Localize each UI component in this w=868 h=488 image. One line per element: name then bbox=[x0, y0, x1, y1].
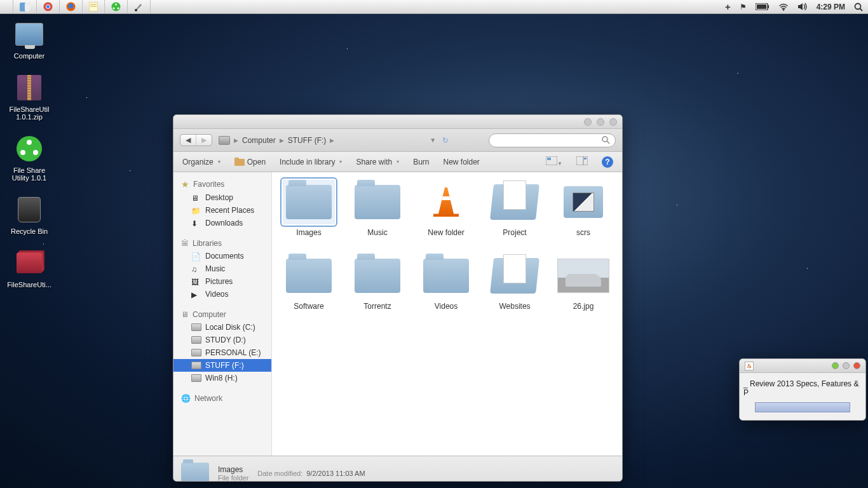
sidebar-item-downloads[interactable]: ⬇Downloads bbox=[173, 217, 271, 229]
sidebar-item-pictures[interactable]: 🖼Pictures bbox=[173, 275, 271, 288]
desktop-icon: 🖥 bbox=[191, 194, 201, 201]
minimize-button[interactable] bbox=[832, 362, 839, 369]
back-button[interactable]: ◀ bbox=[180, 135, 196, 146]
firefox-app-icon[interactable] bbox=[60, 0, 83, 13]
java-icon: ♨ bbox=[745, 362, 754, 370]
notes-app-icon[interactable] bbox=[83, 0, 105, 13]
status-modified-label: Date modified: bbox=[257, 470, 302, 477]
new-folder-button[interactable]: New folder bbox=[444, 158, 480, 166]
window-titlebar[interactable] bbox=[173, 115, 622, 129]
view-mode-button[interactable]: ▼ bbox=[546, 156, 562, 167]
sidebar-computer[interactable]: 🖥Computer bbox=[173, 308, 271, 321]
folder-docs-icon bbox=[492, 258, 538, 294]
finder-app-icon[interactable] bbox=[13, 0, 37, 13]
folder-software[interactable]: Software bbox=[276, 251, 342, 322]
disk-icon bbox=[219, 136, 230, 145]
network-icon: 🌐 bbox=[181, 394, 191, 403]
svg-point-17 bbox=[782, 9, 783, 10]
search-input[interactable] bbox=[489, 133, 616, 147]
folder-screenshot-icon bbox=[564, 186, 603, 218]
desktop-icon-fileshareuti[interactable]: FileShareUti... bbox=[4, 248, 55, 288]
desktop-icon-recycle-bin[interactable]: Recycle Bin bbox=[4, 194, 55, 235]
minimize-button[interactable] bbox=[584, 118, 592, 126]
sidebar-item-personal-e[interactable]: PERSONAL (E:) bbox=[173, 346, 271, 359]
sidebar-libraries[interactable]: 🏛Libraries bbox=[173, 237, 271, 250]
maximize-button[interactable] bbox=[843, 362, 850, 369]
popup-titlebar[interactable]: ♨ bbox=[740, 359, 865, 373]
desktop-icon-share-utility[interactable]: File Share Utility 1.0.1 bbox=[4, 133, 55, 182]
icon-label: File Share Utility 1.0.1 bbox=[4, 166, 55, 182]
forward-button[interactable]: ▶ bbox=[196, 135, 212, 146]
folder-torrentz[interactable]: Torrentz bbox=[344, 251, 410, 322]
svg-point-3 bbox=[46, 4, 50, 8]
close-button[interactable] bbox=[609, 118, 617, 126]
share-app-icon[interactable] bbox=[105, 0, 128, 13]
item-label: Websites bbox=[499, 302, 530, 311]
breadcrumb-current[interactable]: STUFF (F:) bbox=[288, 136, 327, 145]
apple-menu-icon[interactable] bbox=[0, 0, 13, 13]
wifi-icon[interactable] bbox=[778, 3, 789, 11]
close-button[interactable] bbox=[853, 362, 860, 369]
computer-icon: 🖥 bbox=[181, 310, 189, 319]
item-label: Torrentz bbox=[363, 302, 391, 311]
sidebar-item-desktop[interactable]: 🖥Desktop bbox=[173, 191, 271, 204]
item-label: Music bbox=[367, 228, 387, 237]
file-list[interactable]: Images Music New folder Project scrs Sof… bbox=[272, 172, 622, 456]
add-icon[interactable]: + bbox=[725, 1, 731, 12]
burn-button[interactable]: Burn bbox=[413, 158, 429, 166]
battery-icon[interactable] bbox=[756, 3, 770, 10]
chrome-app-icon[interactable] bbox=[37, 0, 60, 13]
folder-scrs[interactable]: scrs bbox=[550, 177, 616, 248]
sidebar-item-recent[interactable]: 📁Recent Places bbox=[173, 204, 271, 217]
clock-time[interactable]: 4:29 PM bbox=[817, 3, 845, 11]
archive-icon bbox=[17, 75, 41, 100]
sidebar-item-videos[interactable]: ▶Videos bbox=[173, 288, 271, 301]
folder-new-folder[interactable]: New folder bbox=[413, 177, 479, 248]
desktop-icon-computer[interactable]: Computer bbox=[4, 19, 55, 60]
folder-stack-icon bbox=[17, 253, 42, 273]
share-with-menu[interactable]: Share with bbox=[356, 158, 399, 166]
svg-point-5 bbox=[69, 4, 74, 9]
sidebar-item-study-d[interactable]: STUDY (D:) bbox=[173, 334, 271, 346]
folder-images[interactable]: Images bbox=[276, 177, 342, 248]
help-icon[interactable]: ? bbox=[602, 156, 613, 168]
sidebar-favorites[interactable]: ★Favorites bbox=[173, 177, 271, 191]
paint-app-icon[interactable] bbox=[128, 0, 151, 13]
folder-project[interactable]: Project bbox=[482, 177, 548, 248]
organize-menu[interactable]: Organize bbox=[182, 158, 220, 166]
maximize-button[interactable] bbox=[597, 118, 604, 126]
flag-icon[interactable]: ⚑ bbox=[740, 3, 747, 11]
desktop-icon-zip[interactable]: FileShareUtil 1.0.1.zip bbox=[4, 72, 55, 121]
icon-label: Recycle Bin bbox=[11, 227, 48, 235]
sidebar-item-documents[interactable]: 📄Documents bbox=[173, 250, 271, 262]
folder-videos[interactable]: Videos bbox=[413, 251, 479, 322]
include-library-menu[interactable]: Include in library bbox=[280, 158, 342, 166]
sidebar-network[interactable]: 🌐Network bbox=[173, 392, 271, 405]
chevron-right-icon: ▶ bbox=[330, 137, 334, 144]
disk-icon bbox=[191, 362, 201, 369]
search-icon bbox=[602, 136, 610, 144]
folder-open-icon bbox=[234, 158, 245, 166]
open-button[interactable]: Open bbox=[234, 158, 266, 166]
sidebar-item-win8-h[interactable]: Win8 (H:) bbox=[173, 372, 271, 384]
svg-point-11 bbox=[113, 8, 115, 10]
preview-pane-button[interactable] bbox=[576, 156, 588, 167]
folder-websites[interactable]: Websites bbox=[482, 251, 548, 322]
breadcrumb-computer[interactable]: Computer bbox=[242, 136, 276, 145]
dropdown-icon[interactable]: ▼ bbox=[430, 137, 436, 144]
svg-rect-28 bbox=[584, 158, 587, 159]
chevron-right-icon: ▶ bbox=[280, 137, 284, 144]
icon-label: FileShareUtil 1.0.1.zip bbox=[4, 105, 55, 121]
sidebar-item-music[interactable]: ♫Music bbox=[173, 262, 271, 275]
sidebar-item-stuff-f[interactable]: STUFF (F:) bbox=[173, 359, 271, 372]
sidebar-item-local-c[interactable]: Local Disk (C:) bbox=[173, 321, 271, 334]
volume-icon[interactable] bbox=[797, 3, 808, 11]
spotlight-icon[interactable] bbox=[854, 3, 863, 11]
disk-icon bbox=[191, 349, 201, 356]
refresh-icon[interactable]: ↻ bbox=[442, 136, 449, 145]
file-explorer-window: ◀ ▶ ▶ Computer ▶ STUFF (F:) ▶ ▼ ↻ Organi… bbox=[173, 114, 623, 482]
svg-point-12 bbox=[118, 8, 119, 10]
file-26-jpg[interactable]: 26.jpg bbox=[550, 251, 616, 322]
folder-music[interactable]: Music bbox=[344, 177, 410, 248]
svg-rect-16 bbox=[768, 5, 769, 8]
